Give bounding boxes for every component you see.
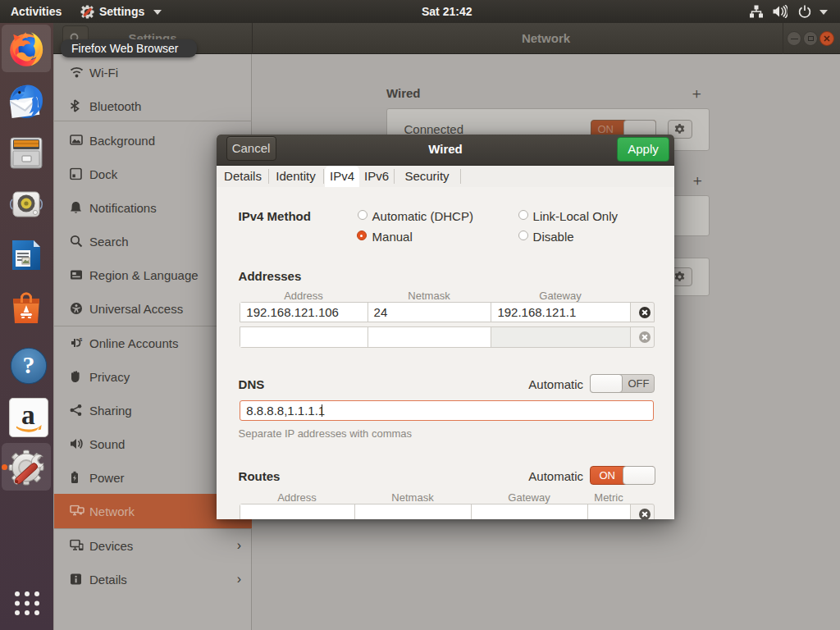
svg-text:?: ?	[23, 352, 35, 378]
svg-text:a: a	[21, 399, 35, 430]
svg-text:s: s	[80, 336, 83, 342]
